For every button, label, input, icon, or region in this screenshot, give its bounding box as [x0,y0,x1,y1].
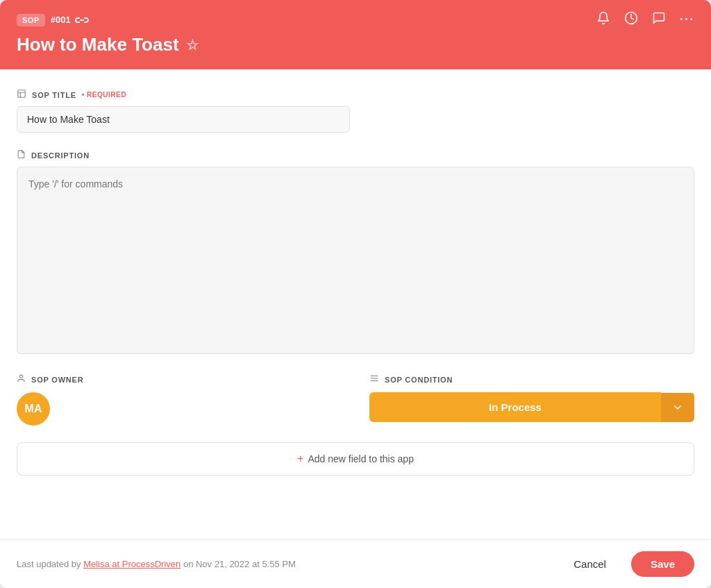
add-field-button[interactable]: + Add new field to this app [17,442,694,476]
sop-badge: SOP [17,14,45,26]
main-content: SOP TITLE • REQUIRED DESCRIPTION [0,69,711,539]
sop-title-section: SOP TITLE • REQUIRED [17,89,694,133]
condition-dropdown[interactable]: In Process [369,392,694,422]
sop-id: #001 [51,15,89,25]
svg-rect-1 [18,90,26,98]
link-icon[interactable] [75,15,89,25]
bell-icon[interactable] [596,11,610,28]
footer-prefix: Last updated by [17,559,83,569]
title-field-icon [17,89,26,101]
required-badge: • REQUIRED [82,91,126,99]
sop-title-label: SOP TITLE [32,91,76,99]
footer: Last updated by Melisa at ProcessDriven … [0,539,711,588]
description-section: DESCRIPTION [17,149,694,357]
condition-chevron[interactable] [661,393,694,422]
footer-suffix: on Nov 21, 2022 at 5:55 PM [181,559,296,569]
sop-condition-section: SOP CONDITION In Process [369,373,694,426]
description-label: DESCRIPTION [31,151,90,160]
description-label-row: DESCRIPTION [17,149,694,161]
sop-title-input[interactable] [17,106,350,133]
sop-condition-label-row: SOP CONDITION [369,373,694,385]
star-icon[interactable]: ☆ [186,37,199,53]
condition-value: In Process [369,392,661,422]
sop-owner-label-row: SOP OWNER [17,373,342,385]
avatar[interactable]: MA [17,392,50,426]
header: SOP #001 [0,0,711,69]
add-field-label: Add new field to this app [308,453,414,464]
app-window: SOP #001 [0,0,711,588]
footer-last-updated: Last updated by Melisa at ProcessDriven … [17,559,296,569]
page-title: How to Make Toast [17,34,179,56]
chat-icon[interactable] [652,11,666,28]
sop-owner-label: SOP OWNER [31,376,83,384]
svg-point-4 [19,375,22,378]
add-icon: + [297,453,303,465]
description-field-icon [17,149,26,161]
save-button[interactable]: Save [631,551,694,577]
clock-icon[interactable] [624,11,638,28]
header-icons: ··· [596,11,694,28]
header-left: SOP #001 [17,14,89,26]
two-col-section: SOP OWNER MA SOP CONDITION [17,373,694,426]
condition-icon [369,373,379,385]
header-top: SOP #001 [17,11,694,28]
description-textarea[interactable] [17,167,694,354]
owner-icon [17,373,26,385]
page-title-row: How to Make Toast ☆ [17,34,694,56]
footer-author-link[interactable]: Melisa at ProcessDriven [83,559,181,569]
footer-actions: Cancel Save [557,551,694,577]
sop-owner-section: SOP OWNER MA [17,373,342,426]
more-icon[interactable]: ··· [680,12,694,27]
sop-title-label-row: SOP TITLE • REQUIRED [17,89,694,101]
sop-condition-label: SOP CONDITION [385,376,453,384]
cancel-button[interactable]: Cancel [557,551,623,577]
